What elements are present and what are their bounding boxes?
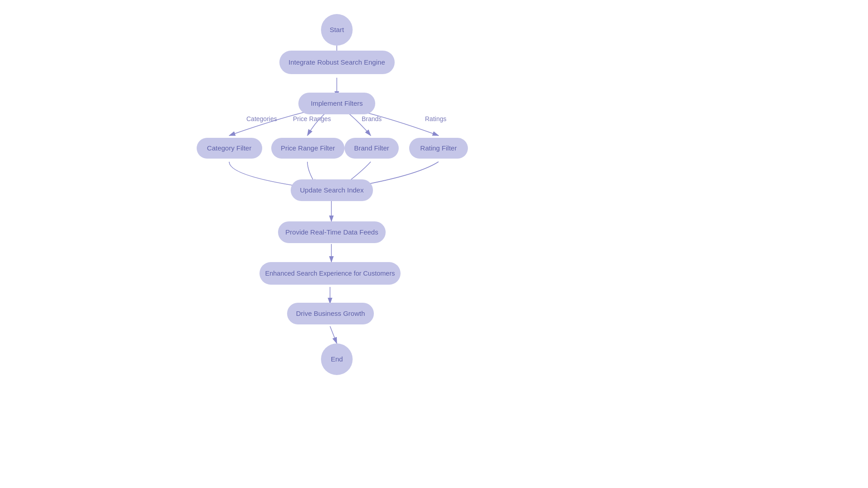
label-ratings: Ratings [425,115,446,122]
update-index-label: Update Search Index [300,186,364,194]
start-label: Start [330,26,344,33]
brand-filter-label: Brand Filter [354,144,389,152]
label-categories: Categories [246,115,277,122]
label-price-ranges: Price Ranges [293,115,331,122]
flowchart-svg: Categories Price Ranges Brands Ratings S… [0,0,868,488]
end-label: End [331,355,343,363]
price-filter-label: Price Range Filter [281,144,335,152]
enhanced-label: Enhanced Search Experience for Customers [265,270,395,277]
label-brands: Brands [362,115,382,122]
rating-filter-label: Rating Filter [420,144,457,152]
svg-line-6 [330,326,337,343]
diagram-container: Categories Price Ranges Brands Ratings S… [0,0,868,488]
integrate-label: Integrate Robust Search Engine [288,58,385,66]
drive-label: Drive Business Growth [296,310,365,317]
category-filter-label: Category Filter [207,144,251,152]
data-feeds-label: Provide Real-Time Data Feeds [285,228,378,236]
implement-label: Implement Filters [311,99,363,107]
